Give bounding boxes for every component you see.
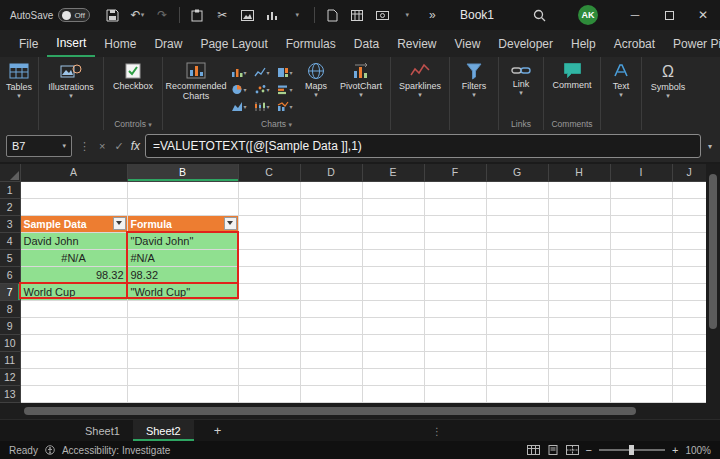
insert-scatter-chart-button[interactable]: ▾ (250, 81, 273, 98)
cell-E11[interactable] (362, 351, 424, 368)
cell-I3[interactable] (610, 215, 672, 232)
cell-F4[interactable] (424, 232, 486, 249)
insert-column-chart-button[interactable]: ▾ (227, 64, 250, 81)
cell-F12[interactable] (424, 368, 486, 385)
cell-C9[interactable] (238, 317, 300, 334)
sheet-tab-sheet2[interactable]: Sheet2 (133, 420, 194, 441)
chevron-down-icon[interactable]: ▾ (399, 7, 415, 23)
cell-E7[interactable] (362, 283, 424, 300)
cell-B5[interactable]: #N/A (127, 249, 238, 266)
tab-help[interactable]: Help (562, 30, 605, 57)
cell-E12[interactable] (362, 368, 424, 385)
cell-C4[interactable] (238, 232, 300, 249)
cell-C2[interactable] (238, 198, 300, 215)
cell-F8[interactable] (424, 300, 486, 317)
camera-icon[interactable] (374, 7, 390, 23)
chevron-down-icon[interactable]: ▾ (289, 7, 305, 23)
cell-A5[interactable]: #N/A (20, 249, 127, 266)
vertical-scrollbar-thumb[interactable] (709, 174, 717, 329)
cell-C13[interactable] (238, 385, 300, 402)
zoom-slider-thumb[interactable] (629, 445, 634, 455)
cell-D6[interactable] (300, 266, 362, 283)
tables-button[interactable]: Tables ▾ (3, 61, 35, 99)
cell-B13[interactable] (127, 385, 238, 402)
cell-D4[interactable] (300, 232, 362, 249)
cut-icon[interactable]: ✂ (214, 7, 230, 23)
cell-B8[interactable] (127, 300, 238, 317)
tab-insert[interactable]: Insert (47, 30, 95, 57)
tab-page-layout[interactable]: Page Layout (191, 30, 276, 57)
tab-data[interactable]: Data (345, 30, 388, 57)
column-header-b[interactable]: B (127, 164, 238, 181)
row-header-8[interactable]: 8 (0, 300, 20, 317)
cell-F2[interactable] (424, 198, 486, 215)
cell-A9[interactable] (20, 317, 127, 334)
insert-bar-chart-button[interactable]: ▾ (273, 81, 296, 98)
row-header-2[interactable]: 2 (0, 198, 20, 215)
cell-D13[interactable] (300, 385, 362, 402)
cell-H3[interactable] (548, 215, 610, 232)
cell-C12[interactable] (238, 368, 300, 385)
cell-E9[interactable] (362, 317, 424, 334)
cell-J8[interactable] (672, 300, 706, 317)
page-break-view-icon[interactable] (566, 445, 579, 455)
cell-G4[interactable] (486, 232, 548, 249)
tab-developer[interactable]: Developer (489, 30, 562, 57)
comment-button[interactable]: Comment (547, 61, 597, 91)
account-avatar[interactable]: AK (578, 5, 598, 25)
toolbar-overflow-icon[interactable]: » (424, 7, 440, 23)
cell-A2[interactable] (20, 198, 127, 215)
row-header-7[interactable]: 7 (0, 283, 20, 300)
column-header-d[interactable]: D (300, 164, 362, 181)
tab-review[interactable]: Review (388, 30, 445, 57)
tab-view[interactable]: View (446, 30, 490, 57)
cell-D1[interactable] (300, 181, 362, 198)
tab-scroll-divider-icon[interactable]: ⋮ (432, 420, 442, 442)
column-header-i[interactable]: I (610, 164, 672, 181)
filter-button[interactable] (113, 217, 126, 230)
cell-A11[interactable] (20, 351, 127, 368)
autosave-control[interactable]: AutoSave Off (10, 8, 90, 22)
cell-J6[interactable] (672, 266, 706, 283)
cell-H5[interactable] (548, 249, 610, 266)
cell-B9[interactable] (127, 317, 238, 334)
cell-J7[interactable] (672, 283, 706, 300)
pivotchart-button[interactable]: PivotChart ▾ (335, 61, 387, 98)
cell-B10[interactable] (127, 334, 238, 351)
autosave-toggle[interactable]: Off (58, 8, 90, 22)
cell-A7[interactable]: World Cup (20, 283, 127, 300)
cell-B11[interactable] (127, 351, 238, 368)
redo-icon[interactable]: ↷ (154, 7, 170, 23)
sparklines-button[interactable]: Sparklines ▾ (394, 61, 446, 98)
cell-A6[interactable]: 98.32 (20, 266, 127, 283)
cell-G11[interactable] (486, 351, 548, 368)
cell-E8[interactable] (362, 300, 424, 317)
cell-I6[interactable] (610, 266, 672, 283)
close-button[interactable]: ✕ (686, 0, 720, 30)
cell-F9[interactable] (424, 317, 486, 334)
cell-C5[interactable] (238, 249, 300, 266)
expand-formula-bar-icon[interactable]: ▾ (706, 142, 714, 151)
cell-E4[interactable] (362, 232, 424, 249)
zoom-out-button[interactable]: − (586, 444, 592, 456)
chart-icon[interactable] (264, 7, 280, 23)
cell-G3[interactable] (486, 215, 548, 232)
cell-E2[interactable] (362, 198, 424, 215)
table-icon[interactable] (349, 7, 365, 23)
select-all-button[interactable] (0, 164, 20, 181)
vertical-scrollbar[interactable] (706, 164, 720, 403)
insert-pie-chart-button[interactable]: ▾ (227, 81, 250, 98)
cell-I10[interactable] (610, 334, 672, 351)
maximize-button[interactable] (652, 0, 686, 30)
cell-A12[interactable] (20, 368, 127, 385)
cell-I11[interactable] (610, 351, 672, 368)
enter-icon[interactable]: ✓ (112, 140, 125, 153)
insert-function-icon[interactable]: fx (131, 139, 140, 153)
cell-J3[interactable] (672, 215, 706, 232)
cell-J4[interactable] (672, 232, 706, 249)
filter-button[interactable] (224, 217, 237, 230)
paste-icon[interactable] (189, 7, 205, 23)
insert-area-chart-button[interactable]: ▾ (227, 98, 250, 115)
cell-G6[interactable] (486, 266, 548, 283)
cell-D3[interactable] (300, 215, 362, 232)
